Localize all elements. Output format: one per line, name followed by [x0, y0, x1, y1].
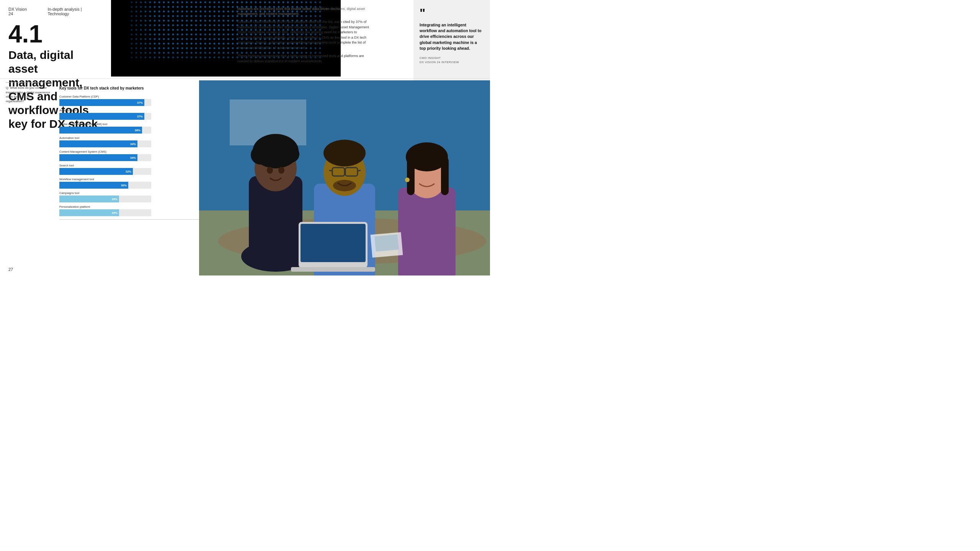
bar-row: Customer Data Platform (CDP)37%: [59, 95, 201, 106]
bar-wrapper: 26%: [59, 209, 151, 216]
bar-wrapper: 34%: [59, 154, 151, 161]
bar-fill: 37%: [59, 99, 144, 106]
bar-fill: 34%: [59, 140, 137, 147]
bar-fill: 32%: [59, 168, 133, 175]
svg-line-26: [358, 170, 361, 171]
svg-point-16: [265, 137, 286, 158]
team-photo: [199, 80, 490, 276]
bar-value: 26%: [112, 211, 118, 215]
bar-label: Digital Asset Management (DAM) tool: [59, 122, 201, 126]
bar-row: Digital Asset Management (DAM) tool36%: [59, 122, 201, 134]
bar-row: Campaigns tool26%: [59, 191, 201, 202]
svg-rect-36: [291, 267, 375, 272]
svg-rect-28: [398, 187, 456, 276]
bar-wrapper: 37%: [59, 99, 151, 106]
bar-wrapper: 32%: [59, 168, 151, 175]
bar-label: Personalization platform: [59, 205, 201, 209]
bar-row: Analytics tool37%: [59, 109, 201, 120]
quote-source-detail: DX VISION 24 INTERVIEW: [420, 60, 484, 64]
brand-name: DX Vision 24: [8, 7, 33, 16]
svg-point-33: [405, 178, 410, 182]
desc-para-2: These findings demonstrate that a wide r…: [237, 54, 371, 64]
bar-label: Workflow management tool: [59, 178, 201, 181]
bar-fill: 34%: [59, 154, 137, 161]
svg-rect-35: [301, 224, 366, 262]
survey-question: Q: What tools do you consider important …: [6, 86, 52, 103]
page-number: 27: [8, 267, 13, 272]
quote-mark: ": [420, 7, 484, 19]
desc-para-main: Customer Data Platforms (CDP) and analyt…: [237, 20, 371, 51]
bar-value: 30%: [121, 184, 127, 187]
bar-label: Automation tool: [59, 136, 201, 140]
bar-value: 34%: [130, 156, 136, 160]
quote-source: CMO INSIGHT DX VISION 24 INTERVIEW: [420, 56, 484, 65]
svg-point-21: [323, 140, 366, 166]
bar-value: 32%: [126, 170, 131, 173]
svg-rect-38: [374, 234, 399, 251]
team-photo-svg: [199, 80, 490, 276]
brand-tag: DX Vision 24 In-depth analysis | Technol…: [8, 7, 103, 16]
chart-title: Key tools for DX tech stack cited by mar…: [59, 86, 201, 90]
bar-row: Automation tool34%: [59, 136, 201, 147]
bar-fill: 30%: [59, 182, 128, 189]
bar-chart: Customer Data Platform (CDP)37%Analytics…: [59, 95, 201, 217]
bar-fill: 26%: [59, 196, 119, 202]
bar-row: Personalization platform26%: [59, 205, 201, 216]
bar-fill: 26%: [59, 209, 119, 216]
divider: [0, 78, 490, 79]
bar-wrapper: 26%: [59, 196, 151, 202]
bar-wrapper: 36%: [59, 127, 151, 134]
bar-label: Analytics tool: [59, 109, 201, 112]
bar-wrapper: 34%: [59, 140, 151, 147]
bar-label: Search tool: [59, 164, 201, 167]
description-area: Marketers are prioritizing tools that en…: [232, 2, 377, 72]
bar-row: Search tool32%: [59, 164, 201, 175]
chart-axis: [59, 219, 201, 220]
bar-value: 34%: [130, 142, 136, 146]
svg-line-25: [329, 170, 332, 171]
bar-value: 37%: [137, 101, 143, 104]
bar-label: Content Management System (CMS): [59, 150, 201, 153]
category-label: In-depth analysis | Technology: [48, 7, 104, 16]
quote-text: Integrating an intelligent workflow and …: [420, 22, 484, 51]
svg-point-18: [278, 167, 284, 174]
bar-wrapper: 30%: [59, 182, 151, 189]
bar-value: 37%: [137, 115, 143, 118]
quote-source-label: CMO INSIGHT: [420, 56, 484, 60]
desc-para-faded: Marketers are prioritizing tools that en…: [237, 7, 371, 16]
survey-question-area: Q: What tools do you consider important …: [6, 82, 52, 103]
bar-fill: 37%: [59, 113, 144, 120]
svg-rect-32: [441, 157, 449, 195]
bar-row: Content Management System (CMS)34%: [59, 150, 201, 161]
bar-fill: 36%: [59, 127, 142, 134]
bar-label: Customer Data Platform (CDP): [59, 95, 201, 98]
chart-area: Key tools for DX tech stack cited by mar…: [56, 80, 205, 225]
bar-value: 36%: [135, 129, 140, 132]
section-number: 4.1: [8, 22, 103, 46]
bar-value: 26%: [112, 197, 118, 201]
bar-row: Workflow management tool30%: [59, 178, 201, 189]
svg-rect-31: [407, 157, 415, 195]
svg-point-17: [267, 167, 273, 174]
bar-wrapper: 37%: [59, 113, 151, 120]
bar-label: Campaigns tool: [59, 191, 201, 195]
